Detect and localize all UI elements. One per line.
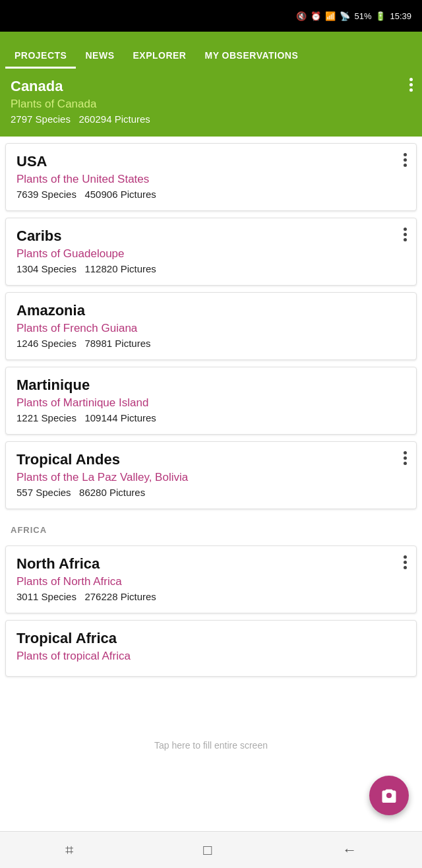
region-title-caribs: Caribs	[16, 228, 406, 245]
card-menu-button-usa[interactable]	[404, 153, 407, 167]
camera-icon	[380, 786, 398, 805]
active-species-count: 2797 Species	[11, 113, 71, 125]
tab-my-observations[interactable]: MY OBSERVATIONS	[195, 42, 307, 69]
species-usa: 7639 Species	[16, 189, 76, 200]
project-name-north-africa: Plants of North Africa	[16, 575, 406, 588]
time-text: 15:39	[390, 11, 411, 21]
region-title-north-africa: North Africa	[16, 555, 406, 573]
region-title-martinique: Martinique	[16, 377, 406, 394]
tab-projects[interactable]: PROJECTS	[5, 42, 76, 69]
project-card-usa[interactable]: USA Plants of the United States 7639 Spe…	[5, 143, 417, 211]
species-north-africa: 3011 Species	[16, 591, 76, 602]
card-menu-button-caribs[interactable]	[404, 228, 407, 241]
mute-icon: 🔇	[296, 11, 307, 21]
project-stats-amazonia: 1246 Species 78981 Pictures	[16, 338, 406, 349]
project-stats-caribs: 1304 Species 112820 Pictures	[16, 263, 406, 274]
species-amazonia: 1246 Species	[16, 338, 76, 349]
project-name-tropical-andes: Plants of the La Paz Valley, Bolivia	[16, 471, 406, 484]
species-caribs: 1304 Species	[16, 263, 76, 274]
pictures-caribs: 112820 Pictures	[84, 263, 156, 274]
project-stats-usa: 7639 Species 450906 Pictures	[16, 189, 406, 200]
region-title-tropical-andes: Tropical Andes	[16, 451, 406, 468]
region-title-tropical-africa: Tropical Africa	[16, 630, 406, 647]
battery-icon: 🔋	[375, 11, 386, 21]
camera-fab-button[interactable]	[369, 776, 409, 815]
wifi-icon: 📶	[325, 11, 336, 21]
species-tropical-andes: 557 Species	[16, 487, 71, 498]
tab-news[interactable]: NEWS	[76, 42, 123, 69]
project-name-tropical-africa: Plants of tropical Africa	[16, 650, 406, 663]
section-header-africa: AFRICA	[0, 516, 422, 539]
project-stats-tropical-andes: 557 Species 86280 Pictures	[16, 487, 406, 498]
tab-explorer[interactable]: EXPLORER	[123, 42, 195, 69]
pictures-usa: 450906 Pictures	[84, 189, 156, 200]
card-menu-button-north-africa[interactable]	[404, 555, 407, 569]
project-card-caribs[interactable]: Caribs Plants of Guadeloupe 1304 Species…	[5, 218, 417, 286]
project-card-north-africa[interactable]: North Africa Plants of North Africa 3011…	[5, 545, 417, 613]
project-stats-martinique: 1221 Species 109144 Pictures	[16, 412, 406, 423]
bottom-hint-text[interactable]: Tap here to fill entire screen	[0, 729, 422, 761]
project-card-amazonia[interactable]: Amazonia Plants of French Guiana 1246 Sp…	[5, 292, 417, 360]
project-card-tropical-africa[interactable]: Tropical Africa Plants of tropical Afric…	[5, 620, 417, 677]
active-card-menu-button[interactable]	[409, 78, 413, 92]
active-region-title: Canada	[11, 78, 411, 95]
active-project-stats: 2797 Species 260294 Pictures	[11, 113, 411, 125]
species-martinique: 1221 Species	[16, 412, 76, 423]
bottom-nav: ⌗ □ ←	[0, 831, 422, 868]
project-stats-north-africa: 3011 Species 276228 Pictures	[16, 591, 406, 602]
region-title-usa: USA	[16, 153, 406, 170]
status-icons: 🔇 ⏰ 📶 📡 51% 🔋 15:39	[296, 11, 411, 21]
top-nav: PROJECTS NEWS EXPLORER MY OBSERVATIONS	[0, 32, 422, 69]
back-icon[interactable]: ←	[342, 842, 357, 859]
pictures-martinique: 109144 Pictures	[84, 412, 156, 423]
home-icon[interactable]: □	[203, 842, 212, 859]
alarm-icon: ⏰	[311, 11, 321, 21]
signal-icon: 📡	[340, 11, 350, 21]
active-project-card[interactable]: Canada Plants of Canada 2797 Species 260…	[0, 69, 422, 137]
project-name-usa: Plants of the United States	[16, 173, 406, 186]
pictures-amazonia: 78981 Pictures	[84, 338, 150, 349]
pictures-north-africa: 276228 Pictures	[84, 591, 156, 602]
project-card-martinique[interactable]: Martinique Plants of Martinique Island 1…	[5, 367, 417, 435]
status-bar: 🔇 ⏰ 📶 📡 51% 🔋 15:39	[0, 0, 422, 32]
active-pictures-count: 260294 Pictures	[78, 113, 150, 125]
card-menu-button-tropical-andes[interactable]	[404, 451, 407, 465]
active-project-name: Plants of Canada	[11, 98, 411, 111]
pictures-tropical-andes: 86280 Pictures	[79, 487, 145, 498]
recent-apps-icon[interactable]: ⌗	[65, 842, 73, 859]
project-name-amazonia: Plants of French Guiana	[16, 322, 406, 335]
project-name-martinique: Plants of Martinique Island	[16, 396, 406, 410]
region-title-amazonia: Amazonia	[16, 302, 406, 319]
project-name-caribs: Plants of Guadeloupe	[16, 247, 406, 261]
battery-text: 51%	[354, 11, 371, 21]
project-card-tropical-andes[interactable]: Tropical Andes Plants of the La Paz Vall…	[5, 441, 417, 509]
